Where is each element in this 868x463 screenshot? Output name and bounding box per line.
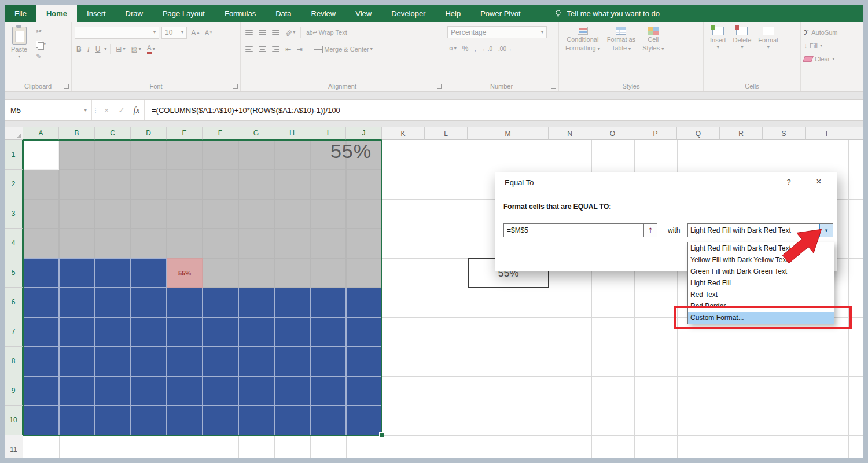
column-header-R[interactable]: R bbox=[720, 127, 763, 140]
waffle-cell[interactable] bbox=[203, 347, 238, 376]
waffle-cell[interactable] bbox=[131, 229, 167, 258]
waffle-cell[interactable] bbox=[203, 376, 238, 406]
tab-review[interactable]: Review bbox=[301, 5, 346, 22]
waffle-cell[interactable] bbox=[23, 258, 59, 288]
borders-button[interactable]: ⊞▾ bbox=[114, 43, 127, 56]
waffle-cell[interactable] bbox=[59, 406, 95, 435]
clipboard-dialog-launcher-icon[interactable] bbox=[64, 84, 69, 89]
fill-color-button[interactable]: ▨▾ bbox=[129, 43, 142, 56]
waffle-cell[interactable] bbox=[346, 170, 382, 199]
format-cells-button[interactable]: Format ▾ bbox=[755, 25, 782, 52]
waffle-cell[interactable] bbox=[274, 406, 310, 435]
tab-developer[interactable]: Developer bbox=[381, 5, 435, 22]
align-middle-button[interactable] bbox=[257, 26, 268, 39]
column-header-N[interactable]: N bbox=[549, 127, 591, 140]
row-header-4[interactable]: 4 bbox=[5, 229, 23, 258]
waffle-cell[interactable] bbox=[59, 347, 95, 376]
format-option-3[interactable]: Light Red Fill bbox=[688, 277, 834, 289]
font-color-button[interactable]: A▾ bbox=[145, 43, 157, 56]
format-as-table-button[interactable]: Format as Table ▾ bbox=[604, 25, 639, 54]
waffle-cell[interactable] bbox=[203, 170, 238, 199]
tab-power-pivot[interactable]: Power Pivot bbox=[470, 5, 530, 22]
font-size-combo[interactable]: 10▾ bbox=[161, 27, 187, 39]
insert-cells-button[interactable]: Insert ▾ bbox=[707, 25, 730, 52]
waffle-cell[interactable] bbox=[95, 317, 131, 347]
waffle-cell[interactable] bbox=[238, 317, 274, 347]
row-header-6[interactable]: 6 bbox=[5, 288, 23, 317]
column-header-O[interactable]: O bbox=[591, 127, 634, 140]
bold-button[interactable]: B bbox=[75, 43, 83, 56]
dialog-close-button[interactable]: × bbox=[811, 177, 826, 187]
tab-home[interactable]: Home bbox=[36, 5, 77, 22]
waffle-cell[interactable] bbox=[274, 258, 310, 288]
format-option-0[interactable]: Light Red Fill with Dark Red Text bbox=[688, 242, 834, 254]
collapse-dialog-button[interactable]: ↥ bbox=[643, 224, 657, 237]
waffle-cell[interactable] bbox=[131, 347, 167, 376]
merge-center-button[interactable]: Merge & Center▾ bbox=[312, 43, 374, 56]
fill-button[interactable]: ↓Fill▾ bbox=[804, 39, 860, 52]
waffle-cell[interactable] bbox=[238, 376, 274, 406]
waffle-cell[interactable] bbox=[274, 317, 310, 347]
column-header-H[interactable]: H bbox=[274, 127, 310, 140]
column-header-I[interactable]: I bbox=[310, 127, 346, 140]
number-dialog-launcher-icon[interactable] bbox=[551, 84, 556, 89]
waffle-cell[interactable] bbox=[203, 288, 238, 317]
waffle-cell[interactable] bbox=[310, 406, 346, 435]
column-header-F[interactable]: F bbox=[203, 127, 238, 140]
waffle-cell[interactable] bbox=[310, 288, 346, 317]
column-header-E[interactable]: E bbox=[167, 127, 203, 140]
waffle-cell[interactable] bbox=[167, 376, 203, 406]
increase-decimal-button[interactable]: ←.0 bbox=[480, 42, 494, 55]
waffle-cell[interactable] bbox=[274, 288, 310, 317]
format-option-1[interactable]: Yellow Fill with Dark Yellow Text bbox=[688, 254, 834, 266]
format-option-2[interactable]: Green Fill with Dark Green Text bbox=[688, 266, 834, 277]
row-header-8[interactable]: 8 bbox=[5, 347, 23, 376]
waffle-cell[interactable] bbox=[131, 317, 167, 347]
row-header-7[interactable]: 7 bbox=[5, 317, 23, 347]
waffle-cell[interactable] bbox=[274, 347, 310, 376]
waffle-cell[interactable] bbox=[167, 317, 203, 347]
decrease-decimal-button[interactable]: .00→ bbox=[496, 42, 514, 55]
orientation-button[interactable]: ab▾ bbox=[284, 26, 297, 39]
decrease-indent-button[interactable]: ⇤ bbox=[284, 43, 293, 56]
italic-button[interactable]: I bbox=[86, 43, 91, 56]
waffle-cell[interactable] bbox=[59, 317, 95, 347]
waffle-cell[interactable] bbox=[310, 317, 346, 347]
format-combo[interactable]: Light Red Fill with Dark Red Text ▾ bbox=[687, 223, 833, 237]
alignment-dialog-launcher-icon[interactable] bbox=[437, 84, 442, 89]
align-right-button[interactable] bbox=[270, 43, 281, 56]
cancel-entry-button[interactable]: × bbox=[99, 100, 114, 120]
waffle-cell[interactable] bbox=[59, 376, 95, 406]
waffle-cell[interactable] bbox=[346, 258, 382, 288]
paste-button[interactable]: Paste ▾ bbox=[8, 25, 31, 61]
waffle-cell[interactable] bbox=[310, 170, 346, 199]
waffle-cell[interactable] bbox=[238, 258, 274, 288]
waffle-cell[interactable] bbox=[346, 376, 382, 406]
wrap-text-button[interactable]: ab↵Wrap Text bbox=[304, 26, 349, 39]
cell-styles-button[interactable]: Cell Styles ▾ bbox=[639, 25, 667, 54]
waffle-cell[interactable] bbox=[95, 347, 131, 376]
formula-input[interactable]: =(COLUMNS($A1:A$10)+10*(ROWS($A1:A$10)-1… bbox=[144, 100, 863, 120]
cut-button[interactable]: ✂ bbox=[34, 25, 47, 38]
waffle-cell[interactable] bbox=[59, 229, 95, 258]
column-header-K[interactable]: K bbox=[382, 127, 425, 140]
formula-bar-resize-handle[interactable]: ⋮ bbox=[92, 100, 99, 120]
tell-me[interactable]: Tell me what you want to do bbox=[554, 5, 660, 22]
column-header-D[interactable]: D bbox=[131, 127, 167, 140]
row-header-2[interactable]: 2 bbox=[5, 170, 23, 199]
waffle-cell[interactable] bbox=[346, 288, 382, 317]
waffle-cell[interactable] bbox=[238, 347, 274, 376]
format-option-5[interactable]: Red Border bbox=[688, 300, 834, 312]
waffle-cell[interactable] bbox=[23, 199, 59, 229]
align-top-button[interactable] bbox=[244, 26, 255, 39]
waffle-cell[interactable] bbox=[346, 317, 382, 347]
column-header-L[interactable]: L bbox=[425, 127, 468, 140]
waffle-cell[interactable] bbox=[238, 288, 274, 317]
waffle-cell[interactable] bbox=[274, 229, 310, 258]
waffle-cell[interactable] bbox=[203, 406, 238, 435]
waffle-cell[interactable] bbox=[310, 376, 346, 406]
delete-cells-button[interactable]: Delete ▾ bbox=[730, 25, 755, 52]
tab-data[interactable]: Data bbox=[266, 5, 301, 22]
waffle-cell[interactable] bbox=[131, 199, 167, 229]
format-painter-button[interactable]: ✎ bbox=[34, 50, 47, 63]
